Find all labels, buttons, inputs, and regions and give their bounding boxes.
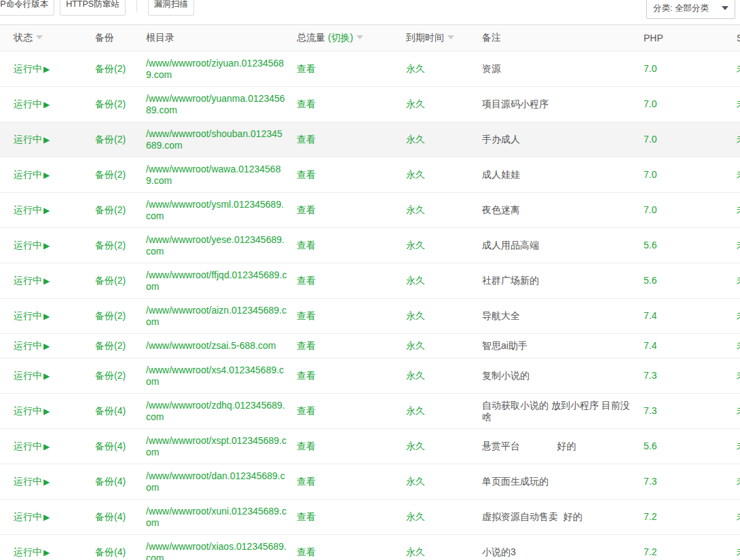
ssl-status-link[interactable]: 未部署 [737,441,740,451]
traffic-view-link[interactable]: 查看 [297,134,316,145]
backup-link[interactable]: 备份(2) [95,370,126,381]
backup-link[interactable]: 备份(2) [95,134,126,145]
traffic-view-link[interactable]: 查看 [297,340,316,351]
play-icon[interactable]: ▶ [43,64,50,74]
header-expire[interactable]: 到期时间 [406,25,482,52]
expire-time-link[interactable]: 永久 [406,275,425,286]
php-cli-version-button[interactable]: PHP命令行版本 [0,0,54,16]
traffic-view-link[interactable]: 查看 [297,441,316,451]
traffic-view-link[interactable]: 查看 [297,63,316,74]
root-dir-link[interactable]: /www/wwwroot/dan.012345689.com [146,470,297,493]
php-version-link[interactable]: 5.6 [644,275,656,286]
php-version-link[interactable]: 7.3 [644,476,656,487]
sort-caret-icon[interactable] [447,35,454,39]
header-status[interactable]: 状态 [0,25,95,52]
site-status-running[interactable]: 运行中 [14,240,42,250]
ssl-status-link[interactable]: 未部署 [737,476,740,487]
site-note[interactable]: 自动获取小说的 放到小程序 目前没啥 [482,394,644,429]
root-dir-link[interactable]: /www/wwwroot/wawa.012345689.com [146,164,297,187]
php-version-link[interactable]: 5.6 [644,441,656,451]
php-version-link[interactable]: 7.0 [644,98,656,109]
play-icon[interactable]: ▶ [43,135,50,145]
play-icon[interactable]: ▶ [43,341,50,351]
backup-link[interactable]: 备份(4) [95,441,126,451]
traffic-view-link[interactable]: 查看 [297,310,316,321]
traffic-view-link[interactable]: 查看 [297,476,316,487]
traffic-view-link[interactable]: 查看 [297,204,316,215]
category-filter-select[interactable]: 分类: 全部分类 [646,0,735,19]
site-status-running[interactable]: 运行中 [14,441,42,451]
site-status-running[interactable]: 运行中 [14,98,42,109]
traffic-view-link[interactable]: 查看 [297,240,316,250]
traffic-view-link[interactable]: 查看 [297,275,316,286]
traffic-view-link[interactable]: 查看 [297,511,316,522]
play-icon[interactable]: ▶ [43,241,50,250]
backup-link[interactable]: 备份(4) [95,405,126,416]
php-version-link[interactable]: 5.6 [644,240,656,250]
site-note[interactable]: 夜色迷离 [482,193,644,228]
root-dir-link[interactable]: /www/wwwroot/zdhq.012345689.com [146,400,297,423]
backup-link[interactable]: 备份(2) [95,340,126,351]
root-dir-link[interactable]: /www/wwwroot/yese.012345689.com [146,234,297,257]
backup-link[interactable]: 备份(2) [95,310,126,321]
backup-link[interactable]: 备份(2) [95,98,126,109]
expire-time-link[interactable]: 永久 [406,63,425,74]
expire-time-link[interactable]: 永久 [406,476,425,487]
site-note[interactable]: 社群广场新的 [482,263,644,299]
root-dir-link[interactable]: /www/wwwroot/xiaos.012345689.com [146,541,297,560]
root-dir-link[interactable]: /www/wwwroot/xspt.012345689.com [146,435,297,458]
https-anti-hijack-button[interactable]: HTTPS防窜站 [60,0,125,16]
play-icon[interactable]: ▶ [43,548,50,557]
ssl-status-link[interactable]: 未部署 [737,240,740,250]
root-dir-link[interactable]: /www/wwwroot/zsai.5-688.com [146,340,297,352]
site-status-running[interactable]: 运行中 [14,340,42,351]
site-status-running[interactable]: 运行中 [14,204,42,215]
site-status-running[interactable]: 运行中 [14,310,42,321]
play-icon[interactable]: ▶ [43,206,50,215]
sort-caret-icon[interactable] [356,35,363,39]
root-dir-link[interactable]: /www/wwwroot/shouban.012345689.com [146,128,297,151]
php-version-link[interactable]: 7.3 [644,405,656,416]
php-version-link[interactable]: 7.0 [644,63,656,74]
expire-time-link[interactable]: 永久 [406,169,425,180]
expire-time-link[interactable]: 永久 [406,441,425,451]
site-note[interactable]: 成人娃娃 [482,157,644,193]
play-icon[interactable]: ▶ [43,100,50,109]
site-note[interactable]: 单页面生成玩的 [482,464,644,500]
site-note[interactable]: 复制小说的 [482,358,644,394]
ssl-status-link[interactable]: 未部署 [737,340,740,351]
traffic-switch-link[interactable]: (切换) [328,32,353,43]
root-dir-link[interactable]: /www/wwwroot/xuni.012345689.com [146,506,297,529]
php-version-link[interactable]: 7.2 [644,546,656,557]
root-dir-link[interactable]: /www/wwwroot/ysml.012345689.com [146,199,297,222]
expire-time-link[interactable]: 永久 [406,134,425,145]
traffic-view-link[interactable]: 查看 [297,370,316,381]
site-note[interactable]: 项目源码小程序 [482,87,644,122]
site-status-running[interactable]: 运行中 [14,546,42,557]
ssl-status-link[interactable]: 未部署 [737,370,740,381]
site-note[interactable]: 小说的3 [482,535,644,560]
php-version-link[interactable]: 7.0 [644,169,656,180]
ssl-status-link[interactable]: 未部署 [737,310,740,321]
site-note[interactable]: 导航大全 [482,299,644,334]
ssl-status-link[interactable]: 未部署 [737,63,740,74]
play-icon[interactable]: ▶ [43,407,50,416]
php-version-link[interactable]: 7.4 [644,310,656,321]
expire-time-link[interactable]: 永久 [406,98,425,109]
php-version-link[interactable]: 7.0 [644,204,656,215]
expire-time-link[interactable]: 永久 [406,204,425,215]
backup-link[interactable]: 备份(4) [95,476,126,487]
php-version-link[interactable]: 7.3 [644,370,656,381]
php-version-link[interactable]: 7.4 [644,340,656,351]
ssl-status-link[interactable]: 未部署 [737,546,740,557]
root-dir-link[interactable]: /www/wwwroot/xs4.012345689.com [146,365,297,388]
backup-link[interactable]: 备份(4) [95,511,126,522]
site-note[interactable]: 虚拟资源自动售卖 好的 [482,500,644,535]
backup-link[interactable]: 备份(2) [95,240,126,250]
site-note[interactable]: 资源 [482,52,644,87]
ssl-status-link[interactable]: 未部署 [737,275,740,286]
vulnerability-scan-button[interactable]: 漏洞扫描 [148,0,194,16]
expire-time-link[interactable]: 永久 [406,405,425,416]
play-icon[interactable]: ▶ [43,512,50,522]
play-icon[interactable]: ▶ [43,170,50,180]
